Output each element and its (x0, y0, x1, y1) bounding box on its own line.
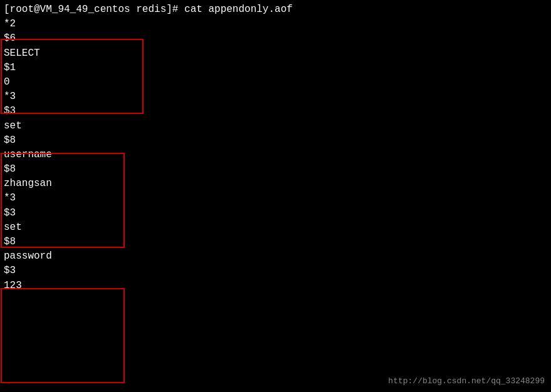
line-7: $3 (4, 104, 547, 118)
line-10: username (4, 148, 547, 162)
line-18: $3 (4, 264, 547, 278)
line-15: set (4, 220, 547, 235)
line-3: SELECT (4, 46, 547, 61)
line-6: *3 (4, 90, 547, 104)
prompt-line: [root@VM_94_49_centos redis]# cat append… (4, 3, 547, 17)
line-14: $3 (4, 206, 547, 220)
watermark: http://blog.csdn.net/qq_33248299 (388, 376, 545, 386)
line-4: $1 (4, 61, 547, 75)
line-16: $8 (4, 235, 547, 249)
line-11: $8 (4, 162, 547, 177)
line-2: $6 (4, 31, 547, 46)
terminal: [root@VM_94_49_centos redis]# cat append… (0, 0, 551, 392)
line-5: 0 (4, 75, 547, 90)
line-13: *3 (4, 191, 547, 205)
highlight-box-set-password (1, 288, 125, 383)
line-8: set (4, 119, 547, 133)
line-9: $8 (4, 133, 547, 148)
line-19: 123 (4, 279, 547, 293)
line-12: zhangsan (4, 177, 547, 191)
line-1: *2 (4, 17, 547, 31)
line-17: password (4, 249, 547, 264)
